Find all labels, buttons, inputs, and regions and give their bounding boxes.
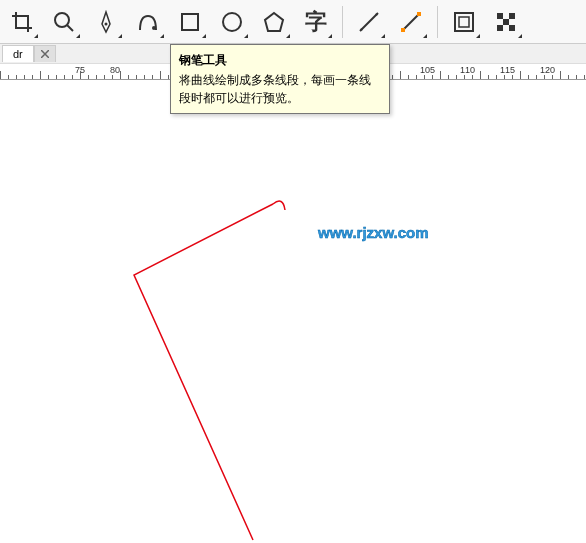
svg-point-1 — [105, 22, 108, 25]
svg-rect-10 — [497, 13, 503, 19]
zoom-tool[interactable] — [44, 2, 84, 42]
svg-rect-13 — [497, 25, 503, 31]
svg-rect-7 — [417, 12, 421, 16]
svg-rect-11 — [509, 13, 515, 19]
polygon-tool[interactable] — [254, 2, 294, 42]
pen-path-drawing — [0, 80, 586, 543]
toolbar-separator — [437, 6, 438, 38]
crop-tool[interactable] — [2, 2, 42, 42]
text-tool[interactable]: 字 — [296, 2, 336, 42]
ruler-label: 80 — [110, 65, 120, 75]
svg-rect-6 — [401, 28, 405, 32]
ruler-label: 115 — [500, 65, 515, 75]
rectangle-tool[interactable] — [170, 2, 210, 42]
close-icon — [41, 50, 49, 58]
svg-rect-14 — [509, 25, 515, 31]
svg-point-2 — [152, 26, 156, 30]
close-tab-button[interactable] — [34, 45, 56, 62]
toolbar-separator — [342, 6, 343, 38]
svg-marker-5 — [265, 13, 283, 31]
ruler-label: 110 — [460, 65, 475, 75]
tooltip-description: 将曲线绘制成多条线段，每画一条线段时都可以进行预览。 — [179, 71, 381, 107]
pen-tool-tooltip: 钢笔工具 将曲线绘制成多条线段，每画一条线段时都可以进行预览。 — [170, 44, 390, 114]
connector-tool[interactable] — [391, 2, 431, 42]
ruler-label: 105 — [420, 65, 435, 75]
text-icon: 字 — [305, 7, 327, 37]
svg-rect-8 — [455, 13, 473, 31]
svg-rect-9 — [459, 17, 469, 27]
pen-tool[interactable] — [86, 2, 126, 42]
svg-rect-3 — [182, 14, 198, 30]
ellipse-tool[interactable] — [212, 2, 252, 42]
svg-point-0 — [55, 13, 69, 27]
tooltip-title: 钢笔工具 — [179, 51, 381, 69]
main-toolbar: 字 — [0, 0, 586, 44]
smart-fill-tool[interactable] — [128, 2, 168, 42]
ruler-label: 120 — [540, 65, 555, 75]
transparency-tool[interactable] — [486, 2, 526, 42]
dimension-tool[interactable] — [349, 2, 389, 42]
effect-tool[interactable] — [444, 2, 484, 42]
svg-point-4 — [223, 13, 241, 31]
svg-rect-12 — [503, 19, 509, 25]
watermark-text: www.rjzxw.com — [318, 224, 429, 241]
drawing-canvas[interactable]: www.rjzxw.com — [0, 80, 586, 543]
file-tab[interactable]: dr — [2, 45, 34, 62]
